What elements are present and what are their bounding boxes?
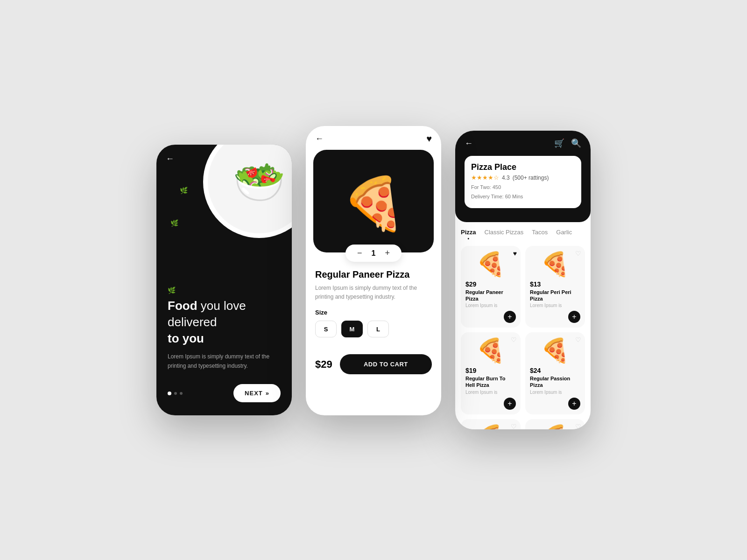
dot-1 <box>168 392 171 395</box>
item-5-image: 🍕 <box>465 424 516 429</box>
next-button[interactable]: NEXT » <box>233 384 281 402</box>
item-4-desc: Lorem Ipsum is <box>530 390 580 395</box>
category-garlic[interactable]: Garlic <box>556 229 572 238</box>
restaurant-body: Pizza Classic Pizzas Tacos Garlic ♥ 🍕 $2… <box>455 222 591 429</box>
item-3-add-button[interactable]: + <box>504 398 516 410</box>
item-1-desc: Lorem Ipsum is <box>465 303 516 308</box>
leaf-decoration-3: 🌿 <box>168 287 281 294</box>
star-icons: ★★★★☆ <box>471 174 499 181</box>
rating-count: (500+ rattings) <box>513 175 549 181</box>
restaurant-header-area: ← 🛒 🔍 Pizza Place ★★★★☆ 4.3 (500+ rattin… <box>455 131 591 222</box>
hero-image-wrapper: 🥗 ← 🌿 🌿 <box>156 145 292 247</box>
item-5-heart-button[interactable]: ♡ <box>511 423 517 429</box>
item-1-add-row: + <box>465 311 516 323</box>
item-4-image: 🍕 <box>530 337 580 364</box>
item-3-desc: Lorem Ipsum is <box>465 390 516 395</box>
product-hero-area: 🍕 − 1 + <box>313 150 434 252</box>
item-2-heart-button[interactable]: ♡ <box>575 250 581 257</box>
item-1-heart-button[interactable]: ♥ <box>513 250 517 257</box>
item-2-add-button[interactable]: + <box>568 311 580 323</box>
product-image: 🍕 <box>342 174 406 234</box>
quantity-value: 1 <box>372 249 376 258</box>
phone-restaurant: ← 🛒 🔍 Pizza Place ★★★★☆ 4.3 (500+ rattin… <box>455 131 591 429</box>
size-small-button[interactable]: S <box>315 321 337 337</box>
hero-text: Food you love delivered to you <box>168 298 281 347</box>
item-4-name: Regular Passion Pizza <box>530 375 580 389</box>
product-header: ← ♥ <box>306 126 441 144</box>
item-2-add-row: + <box>530 311 580 323</box>
item-card-6: ♡ 🍕 <box>525 419 585 429</box>
top-action-icons: 🛒 🔍 <box>554 138 581 148</box>
size-medium-button[interactable]: M <box>341 321 363 337</box>
product-price: $29 <box>315 358 332 371</box>
leaf-decoration-1: 🌿 <box>180 187 188 194</box>
sub-text: Lorem Ipsum is simply dummy text of the … <box>168 352 281 371</box>
item-card-5: ♡ 🍕 <box>461 419 521 429</box>
quantity-increase-button[interactable]: + <box>385 248 390 258</box>
item-3-add-row: + <box>465 398 516 410</box>
item-4-add-button[interactable]: + <box>568 398 580 410</box>
item-card-2: ♡ 🍕 $13 Regular Peri Peri Pizza Lorem Ip… <box>525 246 585 328</box>
item-3-heart-button[interactable]: ♡ <box>511 336 517 343</box>
product-favorite-button[interactable]: ♥ <box>426 133 432 144</box>
item-4-heart-button[interactable]: ♡ <box>575 336 581 343</box>
restaurant-rating: ★★★★☆ 4.3 (500+ rattings) <box>471 174 575 181</box>
for-two-text: For Two: 450 <box>471 183 575 192</box>
product-footer: $29 ADD TO CART <box>306 354 441 384</box>
quantity-decrease-button[interactable]: − <box>357 248 362 258</box>
product-back-button[interactable]: ← <box>315 134 324 144</box>
item-3-name: Regular Burn To Hell Pizza <box>465 375 516 389</box>
delivery-time-text: Delivery Time: 60 Mins <box>471 192 575 202</box>
dot-3 <box>180 392 183 395</box>
item-3-price: $19 <box>465 367 516 374</box>
product-title: Regular Paneer Pizza <box>315 269 432 280</box>
item-1-image: 🍕 <box>465 251 516 278</box>
leaf-decoration-2: 🌿 <box>170 219 178 227</box>
restaurant-details: For Two: 450 Delivery Time: 60 Mins <box>471 183 575 202</box>
item-1-price: $29 <box>465 280 516 288</box>
category-classic-pizzas[interactable]: Classic Pizzas <box>485 229 524 238</box>
item-2-image: 🍕 <box>530 251 580 278</box>
restaurant-top-bar: ← 🛒 🔍 <box>465 138 581 148</box>
quantity-selector: − 1 + <box>345 245 402 262</box>
search-button[interactable]: 🔍 <box>571 138 581 148</box>
cart-button[interactable]: 🛒 <box>554 138 564 148</box>
chevron-right-icon: » <box>266 390 269 397</box>
back-button[interactable]: ← <box>166 154 174 164</box>
item-1-add-button[interactable]: + <box>504 311 516 323</box>
item-6-heart-button[interactable]: ♡ <box>575 423 581 429</box>
phone-product-detail: ← ♥ 🍕 − 1 + Regular Paneer Pizza Lorem I… <box>306 126 441 415</box>
items-grid: ♥ 🍕 $29 Regular Paneer Pizza Lorem Ipsum… <box>461 240 585 429</box>
item-3-image: 🍕 <box>465 337 516 364</box>
restaurant-back-button[interactable]: ← <box>465 139 473 148</box>
item-4-price: $24 <box>530 367 580 374</box>
page-dots <box>168 392 183 395</box>
phones-container: 🥗 ← 🌿 🌿 🌿 Food you love delivered to you… <box>156 131 591 429</box>
category-tabs: Pizza Classic Pizzas Tacos Garlic <box>461 222 585 240</box>
item-4-add-row: + <box>530 398 580 410</box>
next-label: NEXT <box>245 390 263 397</box>
rating-value: 4.3 <box>502 175 510 181</box>
category-pizza[interactable]: Pizza <box>461 229 476 238</box>
dot-2 <box>174 392 177 395</box>
item-card-1: ♥ 🍕 $29 Regular Paneer Pizza Lorem Ipsum… <box>461 246 521 328</box>
item-card-4: ♡ 🍕 $24 Regular Passion Pizza Lorem Ipsu… <box>525 332 585 414</box>
item-2-name: Regular Peri Peri Pizza <box>530 289 580 302</box>
size-large-button[interactable]: L <box>367 321 389 337</box>
add-to-cart-button[interactable]: ADD TO CART <box>340 354 432 374</box>
product-body: Regular Paneer Pizza Lorem Ipsum is simp… <box>306 252 441 354</box>
product-description: Lorem Ipsum is simply dummy text of the … <box>315 284 432 301</box>
item-1-name: Regular Paneer Pizza <box>465 289 516 302</box>
size-options: S M L <box>315 321 432 337</box>
item-card-3: ♡ 🍕 $19 Regular Burn To Hell Pizza Lorem… <box>461 332 521 414</box>
size-section-label: Size <box>315 309 432 316</box>
category-tacos[interactable]: Tacos <box>532 229 548 238</box>
item-2-desc: Lorem Ipsum is <box>530 303 580 308</box>
bottom-row: NEXT » <box>168 384 281 402</box>
restaurant-name: Pizza Place <box>471 162 575 172</box>
item-2-price: $13 <box>530 280 580 288</box>
phone-onboarding: 🥗 ← 🌿 🌿 🌿 Food you love delivered to you… <box>156 145 292 415</box>
item-6-image: 🍕 <box>530 424 580 429</box>
restaurant-info-card: Pizza Place ★★★★☆ 4.3 (500+ rattings) Fo… <box>465 156 581 208</box>
onboarding-content: 🌿 Food you love delivered to you Lorem I… <box>156 247 292 415</box>
